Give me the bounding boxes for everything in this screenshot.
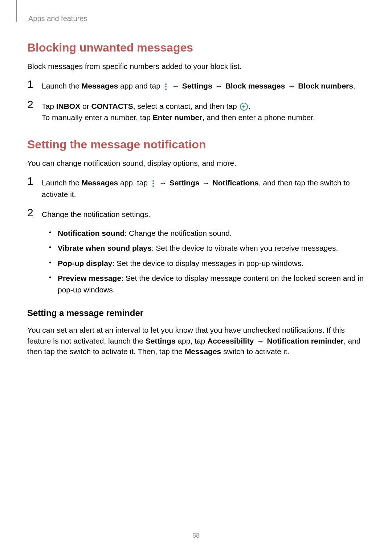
step-2-notif: 2 Change the notification settings. — [27, 207, 365, 220]
subsection-paragraph: You can set an alert at an interval to l… — [27, 325, 365, 357]
step-1-notif: 1 Launch the Messages app, tap → Setting… — [27, 176, 365, 200]
bullet-dot-icon: • — [49, 272, 58, 282]
step-number: 2 — [27, 207, 42, 218]
section-notification: Setting the message notification You can… — [27, 138, 365, 357]
bullet-dot-icon: • — [49, 242, 58, 251]
header-breadcrumb: Apps and features — [27, 15, 365, 23]
section-intro: You can change notification sound, displ… — [27, 158, 365, 168]
bullet-dot-icon: • — [49, 227, 58, 237]
arrow-icon: → — [257, 336, 264, 346]
step-number: 1 — [27, 176, 42, 186]
subsection-heading-reminder: Setting a message reminder — [27, 308, 365, 318]
bullet-item: • Pop-up display: Set the device to disp… — [49, 258, 365, 269]
step-body: Change the notification settings. — [42, 207, 365, 220]
arrow-icon: → — [288, 81, 295, 91]
more-options-icon — [151, 180, 156, 187]
section-blocking-messages: Blocking unwanted messages Block message… — [27, 41, 365, 123]
bullet-list: • Notification sound: Change the notific… — [49, 227, 365, 296]
bullet-item: • Preview message: Set the device to dis… — [49, 272, 365, 295]
arrow-icon: → — [203, 177, 210, 188]
section-heading-notification: Setting the message notification — [27, 138, 365, 151]
page-number: 68 — [192, 532, 200, 539]
plus-circle-icon — [240, 103, 248, 111]
arrow-icon: → — [215, 81, 222, 91]
step-1-block: 1 Launch the Messages app and tap → Sett… — [27, 79, 365, 92]
step-body: Tap INBOX or CONTACTS, select a contact,… — [42, 99, 365, 123]
step-number: 1 — [27, 79, 42, 90]
more-options-icon — [163, 83, 168, 90]
step-number: 2 — [27, 99, 42, 110]
arrow-icon: → — [172, 81, 179, 91]
bullet-dot-icon: • — [49, 258, 58, 267]
step-body: Launch the Messages app and tap → Settin… — [42, 79, 365, 92]
breadcrumb-text: Apps and features — [28, 15, 87, 22]
header-decorative-line — [16, 0, 17, 22]
step-body: Launch the Messages app, tap → Settings … — [42, 176, 365, 200]
step-2-block: 2 Tap INBOX or CONTACTS, select a contac… — [27, 99, 365, 123]
bullet-item: • Vibrate when sound plays: Set the devi… — [49, 242, 365, 254]
bullet-item: • Notification sound: Change the notific… — [49, 227, 365, 239]
section-heading-blocking: Blocking unwanted messages — [27, 41, 365, 54]
arrow-icon: → — [159, 177, 167, 188]
section-intro: Block messages from specific numbers add… — [27, 61, 365, 71]
